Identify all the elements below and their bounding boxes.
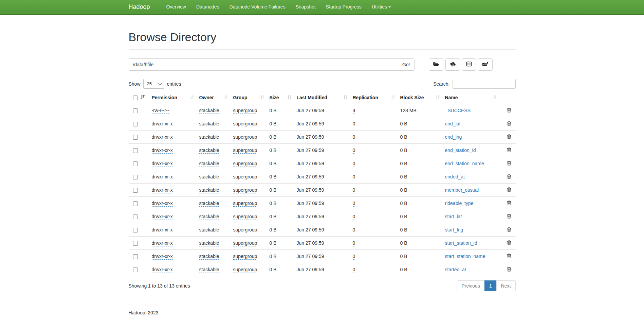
- row-checkbox[interactable]: [133, 135, 138, 140]
- permission-value[interactable]: drwxr-xr-x: [152, 161, 173, 167]
- replication-value[interactable]: 0: [353, 227, 355, 233]
- column-header-last-modified[interactable]: Last Modified: [294, 91, 350, 104]
- permission-value[interactable]: drwxr-xr-x: [152, 187, 173, 193]
- column-header-permission[interactable]: Permission: [149, 91, 197, 104]
- column-header-group[interactable]: Group: [231, 91, 267, 104]
- row-checkbox[interactable]: [133, 201, 138, 206]
- delete-button[interactable]: [507, 213, 511, 220]
- go-button[interactable]: Go!: [398, 58, 415, 71]
- delete-button[interactable]: [507, 200, 511, 206]
- replication-value[interactable]: 3: [353, 108, 355, 114]
- permission-value[interactable]: drwxr-xr-x: [152, 134, 173, 140]
- owner-value[interactable]: stackable: [199, 108, 219, 114]
- replication-value[interactable]: 0: [353, 187, 355, 193]
- row-checkbox[interactable]: [133, 241, 138, 246]
- owner-value[interactable]: stackable: [199, 161, 219, 167]
- owner-value[interactable]: stackable: [199, 254, 219, 260]
- replication-value[interactable]: 0: [353, 254, 355, 260]
- group-value[interactable]: supergroup: [233, 161, 257, 167]
- move-to-directory-button[interactable]: [478, 58, 493, 71]
- group-value[interactable]: supergroup: [233, 108, 257, 114]
- create-directory-button[interactable]: [429, 58, 443, 71]
- owner-value[interactable]: stackable: [199, 227, 219, 233]
- permission-value[interactable]: drwxr-xr-x: [152, 174, 173, 180]
- group-value[interactable]: supergroup: [233, 201, 257, 207]
- file-name-link[interactable]: end_lat: [445, 121, 461, 126]
- replication-value[interactable]: 0: [353, 201, 355, 207]
- replication-value[interactable]: 0: [353, 121, 355, 127]
- row-checkbox[interactable]: [133, 122, 138, 126]
- group-value[interactable]: supergroup: [233, 134, 257, 140]
- delete-button[interactable]: [507, 174, 511, 180]
- replication-value[interactable]: 0: [353, 148, 355, 154]
- column-header-size[interactable]: Size: [267, 91, 294, 104]
- permission-value[interactable]: -rw-r--r--: [152, 108, 169, 114]
- owner-value[interactable]: stackable: [199, 201, 219, 207]
- permission-value[interactable]: drwxr-xr-x: [152, 148, 173, 154]
- group-value[interactable]: supergroup: [233, 121, 257, 127]
- permission-value[interactable]: drwxr-xr-x: [152, 267, 173, 273]
- search-input[interactable]: [453, 79, 516, 89]
- file-name-link[interactable]: start_lng: [445, 227, 463, 232]
- group-value[interactable]: supergroup: [233, 148, 257, 154]
- permission-value[interactable]: drwxr-xr-x: [152, 201, 173, 207]
- delete-button[interactable]: [507, 240, 511, 246]
- delete-button[interactable]: [507, 147, 511, 153]
- file-name-link[interactable]: member_casual: [445, 187, 479, 193]
- file-name-link[interactable]: end_station_id: [445, 148, 476, 153]
- file-name-link[interactable]: end_lng: [445, 134, 462, 140]
- group-value[interactable]: supergroup: [233, 227, 257, 233]
- delete-button[interactable]: [507, 134, 511, 140]
- page-length-select[interactable]: 25: [143, 79, 164, 89]
- column-header-replication[interactable]: Replication: [350, 91, 398, 104]
- group-value[interactable]: supergroup: [233, 187, 257, 193]
- row-checkbox[interactable]: [133, 161, 138, 166]
- owner-value[interactable]: stackable: [199, 134, 219, 140]
- row-checkbox[interactable]: [133, 254, 138, 259]
- owner-value[interactable]: stackable: [199, 267, 219, 273]
- group-value[interactable]: supergroup: [233, 254, 257, 260]
- owner-value[interactable]: stackable: [199, 187, 219, 193]
- file-list-button[interactable]: [462, 58, 476, 71]
- group-value[interactable]: supergroup: [233, 267, 257, 273]
- permission-value[interactable]: drwxr-xr-x: [152, 254, 173, 260]
- file-name-link[interactable]: end_station_name: [445, 161, 484, 166]
- delete-button[interactable]: [507, 160, 511, 167]
- column-header-owner[interactable]: Owner: [197, 91, 231, 104]
- owner-value[interactable]: stackable: [199, 214, 219, 220]
- row-checkbox[interactable]: [133, 267, 138, 272]
- permission-value[interactable]: drwxr-xr-x: [152, 121, 173, 127]
- delete-button[interactable]: [507, 107, 511, 114]
- file-name-link[interactable]: ended_at: [445, 174, 465, 179]
- column-header-block-size[interactable]: Block Size: [398, 91, 442, 104]
- file-name-link[interactable]: start_lat: [445, 214, 462, 219]
- navbar-brand[interactable]: Hadoop: [129, 0, 155, 14]
- row-checkbox[interactable]: [133, 148, 138, 153]
- owner-value[interactable]: stackable: [199, 121, 219, 127]
- row-checkbox[interactable]: [133, 228, 138, 232]
- delete-button[interactable]: [507, 227, 511, 233]
- group-value[interactable]: supergroup: [233, 240, 257, 246]
- row-checkbox[interactable]: [133, 188, 138, 193]
- upload-files-button[interactable]: [445, 58, 460, 71]
- directory-path-input[interactable]: [129, 58, 398, 71]
- column-header-name[interactable]: Name: [442, 91, 499, 104]
- owner-value[interactable]: stackable: [199, 174, 219, 180]
- replication-value[interactable]: 0: [353, 214, 355, 220]
- permission-value[interactable]: drwxr-xr-x: [152, 214, 173, 220]
- delete-button[interactable]: [507, 121, 511, 127]
- select-all-header[interactable]: [129, 91, 149, 104]
- owner-value[interactable]: stackable: [199, 240, 219, 246]
- row-checkbox[interactable]: [133, 214, 138, 219]
- file-name-link[interactable]: rideable_type: [445, 201, 474, 206]
- permission-value[interactable]: drwxr-xr-x: [152, 240, 173, 246]
- replication-value[interactable]: 0: [353, 240, 355, 246]
- replication-value[interactable]: 0: [353, 134, 355, 140]
- file-name-link[interactable]: start_station_name: [445, 254, 485, 259]
- delete-button[interactable]: [507, 187, 511, 193]
- select-all-checkbox[interactable]: [133, 96, 138, 100]
- owner-value[interactable]: stackable: [199, 148, 219, 154]
- replication-value[interactable]: 0: [353, 174, 355, 180]
- file-name-link[interactable]: _SUCCESS: [445, 108, 471, 113]
- group-value[interactable]: supergroup: [233, 214, 257, 220]
